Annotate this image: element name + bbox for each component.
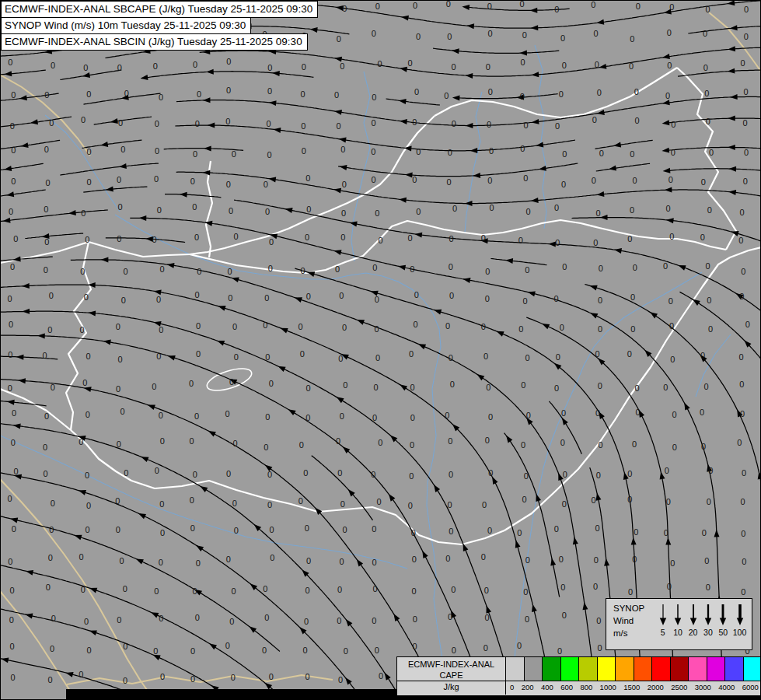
grid-value: 0	[520, 58, 525, 67]
grid-value: 0	[632, 555, 637, 564]
grid-value: 0	[591, 0, 595, 9]
grid-value: 0	[555, 238, 560, 247]
grid-value: 0	[11, 438, 16, 447]
grid-value: 0	[598, 440, 602, 450]
grid-value: 0	[298, 496, 303, 506]
grid-value: 0	[449, 353, 453, 362]
grid-value: 0	[372, 93, 376, 102]
grid-value: 0	[8, 350, 12, 359]
grid-value: 0	[225, 117, 230, 126]
grid-value: 0	[190, 177, 195, 186]
grid-value: 0	[410, 440, 414, 450]
cape-tick-label: 400	[541, 682, 553, 695]
grid-value: 0	[116, 525, 120, 534]
grid-value: 0	[744, 32, 749, 41]
grid-value: 0	[123, 642, 127, 651]
grid-value: 0	[488, 412, 493, 422]
grid-value: 0	[227, 267, 232, 276]
cape-tick-label: 4000	[718, 682, 735, 695]
grid-value: 0	[742, 557, 746, 566]
grid-value: 0	[233, 439, 238, 448]
title-bar: ECMWF-INDEX-ANAL SBCAPE (J/kg) Tuesday 2…	[1, 1, 318, 51]
grid-value: 0	[706, 117, 710, 126]
grid-value: 0	[152, 382, 156, 391]
grid-value: 0	[120, 407, 124, 416]
grid-value: 0	[372, 118, 376, 128]
grid-value: 0	[159, 558, 163, 567]
grid-value: 0	[79, 437, 83, 446]
cape-color-cell	[578, 657, 597, 681]
grid-value: 0	[445, 554, 450, 563]
grid-value: 0	[375, 295, 379, 304]
grid-value: 0	[337, 468, 342, 478]
grid-value: 0	[85, 471, 89, 480]
grid-value: 0	[159, 411, 163, 420]
grid-value: 0	[268, 264, 273, 273]
grid-value: 0	[342, 4, 347, 13]
grid-value: 0	[305, 586, 309, 595]
grid-value: 0	[264, 180, 268, 189]
grid-value: 0	[85, 235, 89, 244]
grid-value: 0	[154, 586, 159, 596]
grid-value: 0	[665, 91, 670, 100]
cape-legend-label: ECMWF-INDEX-ANAL CAPE	[397, 657, 506, 681]
wind-arrow-icon	[672, 603, 683, 626]
grid-value: 0	[522, 30, 527, 40]
grid-value: 0	[413, 320, 417, 329]
grid-value: 0	[84, 292, 89, 302]
grid-value: 0	[700, 233, 705, 242]
grid-value: 0	[267, 500, 272, 509]
grid-value: 0	[193, 470, 197, 479]
grid-value: 0	[448, 148, 452, 157]
grid-value: 0	[523, 587, 528, 597]
grid-value: 0	[524, 471, 529, 481]
grid-value: 0	[340, 411, 344, 421]
grid-value: 0	[740, 409, 745, 418]
grid-value: 0	[190, 646, 195, 656]
grid-value: 0	[49, 525, 54, 534]
grid-value: 0	[51, 614, 56, 623]
grid-value: 0	[560, 323, 564, 332]
grid-value: 0	[192, 202, 197, 212]
grid-value: 0	[372, 616, 376, 625]
grid-value: 0	[342, 180, 347, 189]
grid-value: 0	[305, 233, 309, 242]
grid-value: 0	[671, 120, 675, 129]
grid-value: 0	[740, 497, 745, 506]
grid-value: 0	[592, 176, 596, 185]
grid-value: 0	[8, 383, 12, 393]
grid-value: 0	[414, 87, 419, 96]
grid-value: 0	[416, 32, 421, 41]
wind-speed-item: 50	[717, 603, 728, 637]
grid-value: 0	[300, 349, 305, 359]
grid-value: 0	[160, 672, 165, 681]
grid-value: 0	[302, 62, 306, 72]
grid-value: 0	[560, 33, 565, 43]
grid-value: 0	[44, 205, 48, 214]
grid-value: 0	[298, 322, 302, 331]
cape-legend-model: ECMWF-INDEX-ANAL	[397, 659, 505, 670]
grid-value: 0	[377, 59, 382, 68]
grid-value: 0	[379, 671, 383, 681]
grid-value: 0	[196, 558, 201, 568]
grid-value: 0	[51, 61, 55, 70]
grid-value: 0	[670, 558, 675, 568]
grid-value: 0	[666, 497, 671, 506]
grid-value: 0	[81, 115, 86, 124]
grid-value: 0	[668, 296, 673, 306]
grid-value: 0	[414, 290, 419, 299]
grid-value: 0	[522, 495, 527, 504]
grid-value: 0	[306, 383, 311, 393]
cape-color-cell	[634, 657, 652, 681]
grid-value: 0	[195, 290, 200, 299]
grid-value: 0	[51, 383, 55, 392]
grid-value: 0	[86, 410, 90, 419]
grid-value: 0	[335, 264, 340, 274]
grid-value: 0	[42, 351, 47, 360]
grid-value: 0	[159, 614, 163, 623]
grid-value: 0	[409, 471, 414, 481]
grid-value: 0	[738, 236, 743, 245]
grid-value: 0	[196, 349, 201, 359]
grid-value: 0	[488, 87, 493, 96]
grid-value: 0	[410, 413, 415, 422]
